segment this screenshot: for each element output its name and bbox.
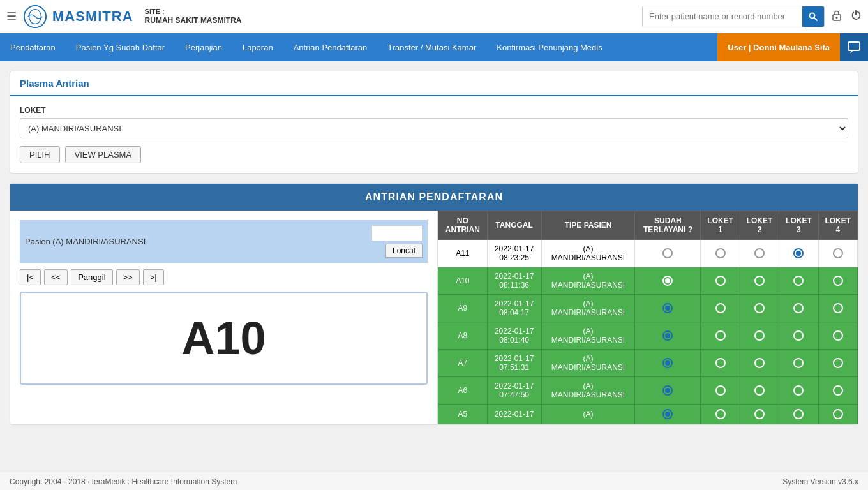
loncat-button[interactable]: Loncat	[385, 244, 423, 258]
right-panel: NOANTRIAN TANGGAL TIPE PASIEN SUDAHTERLA…	[438, 211, 858, 424]
th-loket-1: LOKET1	[701, 211, 740, 240]
cell-l4	[818, 240, 857, 267]
cell-terlayani	[635, 295, 701, 322]
radio-l3[interactable]	[793, 409, 804, 419]
cell-terlayani	[635, 267, 701, 295]
radio-l3[interactable]	[793, 330, 804, 341]
th-tanggal: TANGGAL	[487, 211, 541, 240]
user-badge[interactable]: User | Donni Maulana Sifa	[717, 33, 840, 61]
cell-no: A5	[438, 405, 488, 424]
cell-l1	[701, 267, 740, 295]
radio-l4[interactable]	[833, 303, 843, 313]
cell-tipe: (A)MANDIRI/ASURANSI	[541, 295, 635, 322]
search-icon	[809, 12, 818, 21]
menu-icon[interactable]: ☰	[6, 10, 17, 24]
chat-icon	[848, 41, 860, 54]
radio-l2[interactable]	[754, 409, 765, 419]
radio-l1[interactable]	[715, 276, 726, 286]
radio-l2[interactable]	[754, 303, 765, 313]
svg-point-4	[836, 17, 838, 19]
cell-tanggal: 2022-01-1708:04:17	[487, 295, 541, 322]
cell-no: A7	[438, 350, 488, 377]
radio-terlayani[interactable]	[662, 276, 673, 286]
antrian-header: ANTRIAN PENDAFTARAN	[10, 184, 858, 211]
radio-l1[interactable]	[715, 248, 726, 258]
radio-l4[interactable]	[833, 409, 843, 419]
panggil-button[interactable]: Panggil	[71, 269, 112, 285]
cell-l4	[818, 405, 857, 424]
cell-terlayani	[635, 322, 701, 350]
view-plasma-button[interactable]: VIEW PLASMA	[65, 146, 142, 163]
radio-terlayani[interactable]	[662, 409, 673, 419]
radio-terlayani[interactable]	[662, 385, 673, 396]
radio-l4[interactable]	[833, 358, 843, 368]
radio-l2[interactable]	[754, 385, 765, 396]
radio-l1[interactable]	[715, 409, 726, 419]
nav-laporan[interactable]: Laporan	[232, 33, 283, 61]
nav-antrian-pendaftaran[interactable]: Antrian Pendaftaran	[283, 33, 378, 61]
main-content: Plasma Antrian LOKET (A) MANDIRI/ASURANS…	[0, 61, 868, 434]
radio-l3[interactable]	[793, 385, 804, 396]
cell-no: A9	[438, 295, 488, 322]
nav-perjanjian[interactable]: Perjanjian	[175, 33, 232, 61]
loket-select[interactable]: (A) MANDIRI/ASURANSI (B) UMUM (C) BPJS	[20, 118, 848, 138]
radio-l3[interactable]	[793, 303, 804, 313]
card-header: Plasma Antrian	[10, 71, 858, 96]
svg-rect-5	[848, 42, 860, 50]
radio-l3[interactable]	[793, 358, 804, 368]
radio-l3[interactable]	[793, 248, 804, 258]
radio-l1[interactable]	[715, 303, 726, 313]
th-loket-2: LOKET2	[740, 211, 779, 240]
header-icons	[831, 10, 862, 24]
radio-l1[interactable]	[715, 330, 726, 341]
cell-l1	[701, 377, 740, 405]
radio-l3[interactable]	[793, 276, 804, 286]
radio-terlayani[interactable]	[662, 248, 673, 258]
pilih-button[interactable]: PILIH	[20, 146, 60, 163]
radio-l4[interactable]	[833, 276, 843, 286]
queue-tbody: A11 2022-01-1708:23:25 (A)MANDIRI/ASURAN…	[438, 240, 858, 424]
radio-terlayani[interactable]	[662, 358, 673, 368]
chat-button[interactable]	[840, 33, 868, 61]
radio-l1[interactable]	[715, 358, 726, 368]
cell-l1	[701, 322, 740, 350]
search-input[interactable]	[643, 11, 802, 21]
radio-l4[interactable]	[833, 385, 843, 396]
radio-terlayani[interactable]	[662, 303, 673, 313]
radio-l1[interactable]	[715, 385, 726, 396]
radio-terlayani[interactable]	[662, 330, 673, 341]
cell-tanggal: 2022-01-1707:47:50	[487, 377, 541, 405]
nav-pendaftaran[interactable]: Pendaftaran	[0, 33, 66, 61]
cell-tanggal: 2022-01-1708:23:25	[487, 240, 541, 267]
table-row: A6 2022-01-1707:47:50 (A)MANDIRI/ASURANS…	[438, 377, 858, 405]
prev-button[interactable]: <<	[44, 269, 68, 285]
cell-l1	[701, 295, 740, 322]
search-button[interactable]	[802, 6, 824, 27]
radio-l2[interactable]	[754, 248, 765, 258]
last-button[interactable]: >|	[143, 269, 164, 285]
nav-pasien-sudah-daftar[interactable]: Pasien Yg Sudah Daftar	[66, 33, 175, 61]
cell-terlayani	[635, 350, 701, 377]
next-button[interactable]: >>	[116, 269, 140, 285]
cell-tanggal: 2022-01-1708:01:40	[487, 322, 541, 350]
nav-transfer-mutasi[interactable]: Transfer / Mutasi Kamar	[377, 33, 486, 61]
nav-konfirmasi-penunjang[interactable]: Konfirmasi Penunjang Medis	[486, 33, 612, 61]
logo-area: MASMITRA	[23, 4, 133, 29]
radio-l4[interactable]	[833, 330, 843, 341]
loncat-input[interactable]	[371, 225, 423, 241]
radio-l4[interactable]	[833, 248, 843, 258]
cell-l1	[701, 240, 740, 267]
lock-button[interactable]	[831, 10, 842, 24]
table-row: A7 2022-01-1707:51:31 (A)MANDIRI/ASURANS…	[438, 350, 858, 377]
cell-tipe: (A)MANDIRI/ASURANSI	[541, 322, 635, 350]
cell-tipe: (A)MANDIRI/ASURANSI	[541, 240, 635, 267]
radio-l2[interactable]	[754, 358, 765, 368]
power-button[interactable]	[850, 10, 862, 24]
radio-l2[interactable]	[754, 330, 765, 341]
first-button[interactable]: |<	[20, 269, 41, 285]
cell-l3	[779, 267, 818, 295]
radio-l2[interactable]	[754, 276, 765, 286]
logo-text: MASMITRA	[52, 8, 133, 25]
cell-no: A10	[438, 267, 488, 295]
cell-l3	[779, 322, 818, 350]
